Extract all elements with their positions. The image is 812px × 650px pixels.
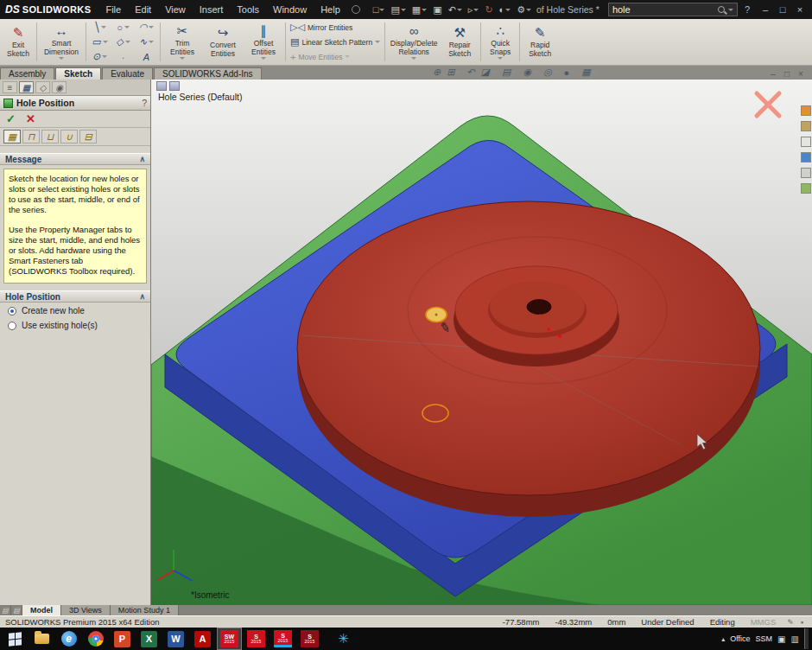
tab-motion-study-1[interactable]: Motion Study 1 [111, 605, 179, 615]
move-entities-button[interactable]: +Move Entities [288, 50, 383, 63]
tab-last-part[interactable]: ∪ [60, 130, 78, 143]
mirror-entities-button[interactable]: ▷◁Mirror Entities [288, 21, 383, 34]
convert-entities-button[interactable]: ↪ Convert Entities [202, 20, 244, 64]
arc-tool-button[interactable]: ◠ [135, 20, 158, 35]
menu-edit[interactable]: Edit [129, 3, 157, 16]
task-pane-toggle-icon[interactable]: ▪ [797, 618, 807, 627]
tray-icon-2[interactable]: ▥ [791, 634, 799, 644]
save-button[interactable]: ▦ [409, 3, 429, 16]
tab-3d-views[interactable]: 3D Views [61, 605, 111, 615]
search-caret-icon[interactable] [728, 9, 733, 11]
word-button[interactable]: W [164, 628, 187, 649]
doc-minimize-button[interactable]: – [767, 69, 779, 79]
trim-entities-button[interactable]: ✂ Trim Entities [162, 20, 202, 64]
doc-close-button[interactable]: × [795, 69, 807, 79]
spline-tool-button[interactable]: ∿ [135, 35, 158, 49]
internet-explorer-button[interactable]: e [57, 628, 80, 649]
ellipse-tool-button[interactable]: ⊙ [88, 49, 111, 64]
esnow-button[interactable]: ✳ [325, 628, 348, 649]
edit-appearance-button[interactable]: ● [564, 67, 576, 78]
tab-scroll-right-icon[interactable]: ▤ [11, 605, 22, 615]
zoom-area-button[interactable]: ⊞ [447, 67, 460, 78]
file-explorer-button[interactable] [30, 628, 54, 649]
dropdown-caret-icon[interactable] [59, 57, 64, 60]
displaymanager-tab[interactable]: ◉ [52, 81, 67, 93]
model-scene[interactable]: ✎ [151, 80, 812, 605]
solidworks-taskbar-button[interactable]: SW2015 [218, 628, 241, 649]
tab-evaluate[interactable]: Evaluate [102, 67, 153, 80]
text-tool-button[interactable]: A [135, 49, 158, 64]
show-desktop-button[interactable] [804, 628, 809, 649]
file-explorer-tab-icon[interactable] [801, 137, 811, 147]
acrobat-button[interactable]: A [191, 628, 214, 649]
tab-middle-parts[interactable]: ⊔ [41, 130, 59, 143]
featuremanager-flyout-icon[interactable] [156, 81, 167, 91]
hide-show-items-button[interactable]: ◎ [543, 67, 558, 78]
display-delete-relations-button[interactable]: ∞ Display/Delete Relations [387, 20, 441, 64]
red-disc-part[interactable] [297, 201, 760, 517]
hidden-icons-chevron-icon[interactable]: ▴ [721, 635, 725, 643]
line-tool-button[interactable]: ╲ [88, 20, 111, 35]
resources-tab-icon[interactable] [801, 105, 811, 116]
dropdown-caret-icon[interactable] [498, 57, 503, 60]
start-button[interactable] [3, 628, 27, 649]
tray-ssm-label[interactable]: SSM [756, 634, 773, 643]
minimize-button[interactable]: – [757, 4, 774, 15]
tab-scroll-left-icon[interactable]: ▤ [0, 605, 11, 615]
exit-sketch-button[interactable]: ✎ Exit Sketch [2, 20, 35, 64]
radio-create-new-hole[interactable]: Create new hole [0, 303, 150, 317]
select-button[interactable]: ▹ [466, 3, 482, 16]
polygon-tool-button[interactable]: ◇ [111, 35, 135, 49]
pin-menu-icon[interactable] [352, 5, 360, 14]
menu-file[interactable]: File [99, 3, 127, 16]
tab-solidworks-add-ins[interactable]: SOLIDWORKS Add-Ins [154, 67, 261, 80]
tab-model[interactable]: Model [22, 605, 61, 615]
repair-sketch-button[interactable]: ⚒ Repair Sketch [441, 20, 479, 64]
close-button[interactable]: × [791, 4, 809, 15]
excel-button[interactable]: X [137, 628, 161, 649]
menu-insert[interactable]: Insert [193, 3, 230, 16]
help-icon[interactable]: ? [739, 4, 755, 15]
units-selector[interactable]: MMGS [743, 617, 784, 627]
tray-icon-1[interactable]: ▣ [777, 634, 785, 644]
point-tool-button[interactable]: ∙ [111, 49, 135, 64]
ok-button[interactable]: ✓ [6, 112, 16, 125]
undo-button[interactable]: ↶ [446, 3, 465, 16]
view-orientation-button[interactable]: ▤ [502, 67, 517, 78]
solidworks-2015-button[interactable]: S2015 [244, 628, 268, 649]
restore-button[interactable]: □ [774, 4, 791, 15]
tab-hole-position[interactable]: ▦ [3, 130, 21, 143]
rectangle-tool-button[interactable]: ▭ [88, 35, 111, 49]
center-hub-boss[interactable] [454, 266, 619, 366]
quick-snaps-button[interactable]: ∴ Quick Snaps [483, 20, 517, 64]
circle-tool-button[interactable]: ○ [111, 20, 135, 35]
section-view-button[interactable]: ◪ [481, 67, 496, 78]
rebuild-button[interactable]: ↻ [482, 3, 495, 16]
configurationmanager-tab[interactable]: ◇ [35, 81, 50, 93]
tray-office-label[interactable]: Office [730, 634, 750, 643]
menu-view[interactable]: View [159, 3, 192, 16]
chrome-button[interactable] [84, 628, 107, 649]
doc-restore-button[interactable]: □ [781, 69, 793, 79]
dropdown-caret-icon[interactable] [261, 57, 266, 60]
featuremanager-tab[interactable]: ≡ [3, 81, 17, 93]
tab-sketch[interactable]: Sketch [55, 67, 101, 80]
propertymanager-tab[interactable]: ▦ [19, 81, 34, 93]
tab-smart-fasteners[interactable]: ⊟ [79, 130, 97, 143]
appearances-tab-icon[interactable] [801, 168, 811, 178]
menu-window[interactable]: Window [267, 3, 313, 16]
offset-entities-button[interactable]: ∥ Offset Entities [244, 20, 283, 64]
solidworks-2015-button-2[interactable]: S2015 [271, 628, 295, 649]
center-hole[interactable] [527, 300, 551, 315]
open-file-button[interactable]: ▤ [388, 3, 408, 16]
zoom-fit-button[interactable]: ⊕ [433, 67, 441, 78]
radio-use-existing-hole[interactable]: Use existing hole(s) [0, 317, 150, 332]
linear-sketch-pattern-button[interactable]: ▤Linear Sketch Pattern [288, 35, 383, 48]
previous-view-button[interactable]: ↶ [466, 67, 474, 78]
smart-dimension-button[interactable]: ↔ Smart Dimension [39, 20, 84, 64]
hole-position-section-header[interactable]: Hole Position ∧ [0, 290, 150, 303]
view-palette-tab-icon[interactable] [801, 152, 811, 162]
search-box[interactable] [608, 3, 738, 16]
options-button[interactable]: ⚙ [514, 3, 534, 16]
menu-help[interactable]: Help [314, 3, 346, 16]
